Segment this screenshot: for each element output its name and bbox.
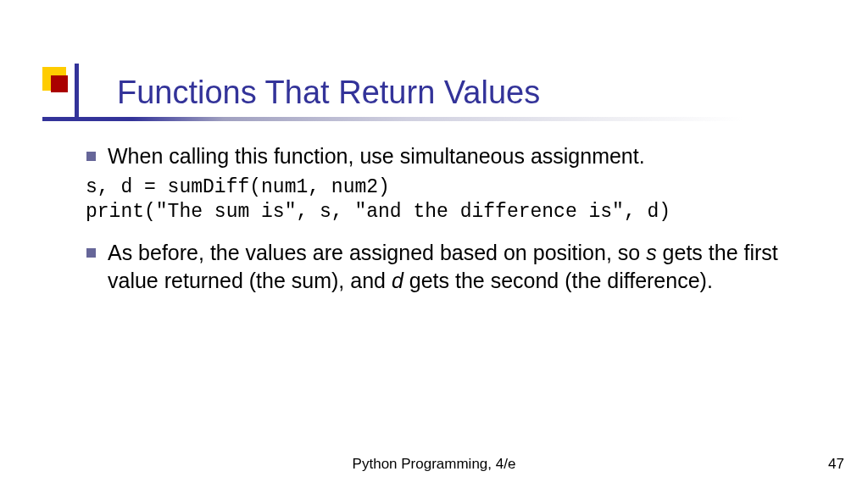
bullet-text: As before, the values are assigned based… bbox=[108, 239, 807, 294]
code-block: s, d = sumDiff(num1, num2) print("The su… bbox=[86, 175, 807, 226]
gradient-rule bbox=[132, 117, 743, 121]
vertical-accent-line bbox=[75, 64, 79, 121]
bullet-icon bbox=[86, 152, 96, 161]
bullet-item: When calling this function, use simultan… bbox=[86, 142, 807, 170]
bullet-item: As before, the values are assigned based… bbox=[86, 239, 807, 294]
bullet-text: When calling this function, use simultan… bbox=[108, 142, 645, 170]
bullet-icon bbox=[86, 248, 96, 258]
horizontal-accent-line bbox=[42, 117, 132, 121]
slide-content: When calling this function, use simultan… bbox=[86, 142, 807, 299]
footer-page-number: 47 bbox=[828, 456, 844, 473]
footer-book-title: Python Programming, 4/e bbox=[0, 456, 868, 473]
red-square-accent bbox=[51, 75, 68, 92]
corner-decoration bbox=[42, 67, 78, 103]
slide-title: Functions That Return Values bbox=[117, 75, 540, 111]
